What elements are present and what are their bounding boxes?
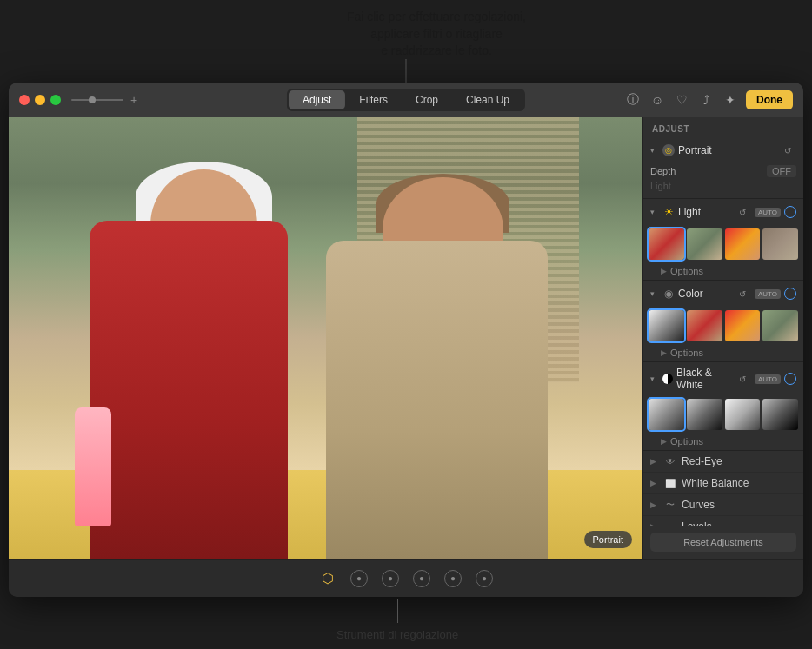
light-options-label: Options bbox=[670, 266, 703, 276]
zoom-slider-track bbox=[71, 99, 123, 101]
light-auto-badge[interactable]: AUTO bbox=[755, 208, 781, 217]
light-thumb-3-img bbox=[725, 228, 761, 260]
levels-chevron-icon: ▶ bbox=[650, 522, 659, 526]
bw-reset-icon[interactable]: ↺ bbox=[734, 370, 751, 387]
annotation-line bbox=[397, 599, 398, 623]
color-thumb-3[interactable] bbox=[725, 310, 761, 341]
bw-thumb-1[interactable] bbox=[649, 399, 684, 430]
light-chevron-icon: ▾ bbox=[650, 208, 659, 216]
titlebar: + Adjust Filters Crop Clean Up ⓘ ☺ ♡ ⤴ ✦… bbox=[9, 83, 803, 117]
hexagon-view-button[interactable]: ⬡ bbox=[319, 570, 336, 587]
view-btn-4[interactable]: ● bbox=[444, 570, 462, 587]
tab-adjust[interactable]: Adjust bbox=[289, 90, 345, 109]
color-toggle-circle[interactable] bbox=[784, 288, 796, 300]
portrait-section-header[interactable]: ▾ ◎ Portrait ↺ bbox=[643, 137, 803, 163]
close-button[interactable] bbox=[19, 95, 30, 105]
tab-filters[interactable]: Filters bbox=[345, 90, 402, 109]
color-thumb-4-img bbox=[762, 310, 798, 341]
view-btn-5[interactable]: ● bbox=[476, 570, 493, 587]
view-btn-1[interactable]: ● bbox=[350, 570, 368, 587]
light-thumb-2[interactable] bbox=[687, 228, 722, 260]
light-toggle-circle[interactable] bbox=[784, 206, 796, 218]
color-auto-badge[interactable]: AUTO bbox=[755, 289, 781, 299]
bw-options-label: Options bbox=[670, 436, 703, 447]
bw-thumb-2[interactable] bbox=[687, 399, 722, 430]
redeye-item[interactable]: ▶ 👁 Red-Eye bbox=[643, 451, 803, 473]
tooltip-line1: Fai clic per effettuare regolazioni, bbox=[243, 9, 629, 26]
color-chevron-icon: ▾ bbox=[650, 289, 659, 298]
right-panel: ADJUST ▾ ◎ Portrait ↺ Depth OFF bbox=[642, 117, 803, 559]
bw-section-title: Black & White bbox=[676, 367, 730, 391]
light-reset-icon[interactable]: ↺ bbox=[734, 203, 751, 221]
annotation-text: Strumenti di regolazione bbox=[336, 628, 458, 641]
tab-crop[interactable]: Crop bbox=[402, 90, 452, 109]
color-section-icon: ◉ bbox=[662, 288, 675, 300]
maximize-button[interactable] bbox=[50, 95, 61, 105]
portrait-reset-icon[interactable]: ↺ bbox=[779, 142, 796, 159]
depth-value: OFF bbox=[767, 165, 796, 177]
bw-section-header[interactable]: ▾ Black & White ↺ AUTO bbox=[643, 362, 803, 395]
color-thumb-1[interactable] bbox=[649, 310, 684, 341]
light-thumbnails bbox=[643, 225, 803, 263]
reset-adjustments-button[interactable]: Reset Adjustments bbox=[650, 533, 796, 552]
color-section-title: Color bbox=[678, 288, 730, 300]
levels-item[interactable]: ▶ ▬ Levels bbox=[643, 516, 803, 526]
done-button[interactable]: Done bbox=[746, 90, 793, 109]
redeye-chevron-icon: ▶ bbox=[650, 457, 659, 466]
light-options-row[interactable]: ▶ Options bbox=[643, 263, 803, 280]
color-reset-icon[interactable]: ↺ bbox=[734, 285, 751, 302]
tooltip-line3: e raddrizzare le foto. bbox=[243, 43, 629, 60]
color-options-label: Options bbox=[670, 348, 703, 358]
portrait-section-body: Depth OFF Light bbox=[643, 163, 803, 198]
color-section-header[interactable]: ▾ ◉ Color ↺ AUTO bbox=[643, 281, 803, 307]
color-thumb-4[interactable] bbox=[762, 310, 798, 341]
emoji-icon[interactable]: ☺ bbox=[649, 91, 666, 109]
levels-label: Levels bbox=[682, 520, 796, 526]
bw-thumb-4[interactable] bbox=[762, 399, 798, 430]
color-options-row[interactable]: ▶ Options bbox=[643, 345, 803, 361]
photo-area: Portrait bbox=[9, 117, 642, 559]
depth-label: Depth bbox=[650, 166, 676, 176]
bw-thumb-1-img bbox=[649, 399, 684, 430]
man-body bbox=[326, 241, 548, 559]
curves-item[interactable]: ▶ 〜 Curves bbox=[643, 494, 803, 516]
info-icon[interactable]: ⓘ bbox=[624, 91, 642, 109]
heart-icon[interactable]: ♡ bbox=[673, 91, 690, 109]
portrait-badge[interactable]: Portrait bbox=[584, 531, 632, 548]
zoom-slider-thumb bbox=[89, 96, 96, 103]
zoom-slider-area[interactable]: + bbox=[71, 93, 137, 107]
view-btn-3[interactable]: ● bbox=[413, 570, 430, 587]
bottom-toolbar: ⬡ ● ● ● ● ● bbox=[9, 559, 803, 597]
bw-section-icon bbox=[662, 374, 673, 384]
minimize-button[interactable] bbox=[35, 95, 45, 105]
light-thumb-1[interactable] bbox=[649, 228, 684, 260]
light-section-header[interactable]: ▾ ☀ Light ↺ AUTO bbox=[643, 199, 803, 225]
bw-thumb-4-img bbox=[762, 399, 798, 430]
milkshake-glass bbox=[75, 407, 111, 526]
bw-section: ▾ Black & White ↺ AUTO bbox=[643, 362, 803, 451]
view-btn-2[interactable]: ● bbox=[382, 570, 399, 587]
portrait-chevron-icon: ▾ bbox=[650, 146, 659, 155]
color-section-actions: ↺ AUTO bbox=[734, 285, 796, 302]
tab-bar: Adjust Filters Crop Clean Up bbox=[287, 89, 525, 111]
main-content: Portrait ADJUST ▾ ◎ Portrait ↺ Depth bbox=[9, 117, 803, 559]
share-icon[interactable]: ⤴ bbox=[697, 91, 715, 109]
color-thumb-1-img bbox=[649, 310, 684, 341]
color-thumb-2[interactable] bbox=[687, 310, 722, 341]
bw-thumb-3[interactable] bbox=[725, 399, 761, 430]
bw-thumb-2-img bbox=[687, 399, 722, 430]
woman-body bbox=[90, 221, 287, 559]
whitebalance-item[interactable]: ▶ ⬜ White Balance bbox=[643, 473, 803, 494]
more-icon[interactable]: ✦ bbox=[722, 91, 739, 109]
light-thumb-2-img bbox=[687, 228, 722, 260]
bw-options-row[interactable]: ▶ Options bbox=[643, 434, 803, 450]
main-window: + Adjust Filters Crop Clean Up ⓘ ☺ ♡ ⤴ ✦… bbox=[9, 83, 803, 597]
light-thumb-4[interactable] bbox=[762, 228, 798, 260]
bw-auto-badge[interactable]: AUTO bbox=[755, 374, 781, 384]
light-thumb-3[interactable] bbox=[725, 228, 761, 260]
tab-cleanup[interactable]: Clean Up bbox=[452, 90, 523, 109]
titlebar-right-actions: ⓘ ☺ ♡ ⤴ ✦ Done bbox=[624, 90, 793, 109]
bw-toggle-circle[interactable] bbox=[784, 373, 796, 385]
photo-display bbox=[9, 117, 642, 559]
redeye-icon: 👁 bbox=[664, 455, 676, 467]
